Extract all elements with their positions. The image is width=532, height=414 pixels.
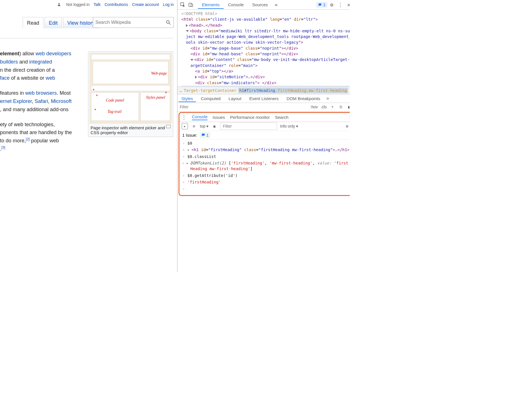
close-icon[interactable]: ✕	[345, 2, 350, 8]
kebab-icon[interactable]: ⋮	[336, 2, 344, 8]
drawer-tab-search[interactable]: Search	[275, 115, 288, 120]
dom-row[interactable]: <div id="siteNotice">…</div>	[181, 74, 350, 80]
dom-row-selected[interactable]: <h1 id="firstHeading" class="firstHeadin…	[181, 86, 350, 86]
link-integrated[interactable]: integrated	[29, 59, 52, 65]
link-ie[interactable]: ernet Explorer	[0, 98, 32, 104]
stab-layout[interactable]: Layout	[226, 95, 244, 102]
stab-dom-breakpoints[interactable]: DOM Breakpoints	[284, 95, 323, 102]
thumbnail-caption: Page inspector with element picker and C…	[89, 124, 172, 136]
link-web-developers[interactable]: web developers	[35, 51, 71, 56]
crumb-selected[interactable]: h1#firstHeading.firstHeading.mw-first-he…	[238, 88, 348, 93]
styles-filter-input[interactable]	[180, 105, 307, 109]
device-toolbar-icon[interactable]	[187, 1, 194, 9]
devtools-tabbar: Elements Console Sources » 1 ⚙ ⋮ ✕	[177, 0, 350, 10]
tab-console[interactable]: Console	[224, 1, 248, 9]
drawer-menu-icon[interactable]: ⋮	[181, 114, 187, 121]
console-output-row[interactable]: ▸DOMTokenList(2) ['firstHeading', 'mw-fi…	[181, 160, 350, 172]
svg-point-1	[166, 20, 169, 23]
dom-breadcrumbs: … Target-targetContainer h1#firstHeading…	[177, 86, 350, 94]
crumb-overflow[interactable]: …	[180, 88, 182, 93]
search-input[interactable]	[95, 20, 166, 25]
drawer-tab-perf[interactable]: Performance monitor	[230, 115, 270, 120]
log-in-link[interactable]: Log in	[163, 2, 174, 7]
drawer-close-icon[interactable]: ✕	[349, 113, 350, 119]
log-level-select[interactable]: Info only ▾	[280, 124, 298, 128]
console-input-row[interactable]: $0.classList	[181, 153, 350, 160]
styles-tabbar: Styles Computed Layout Event Listeners D…	[177, 94, 350, 103]
live-expression-icon[interactable]: ◉	[211, 123, 217, 129]
citation-link[interactable]: [2]	[26, 137, 30, 141]
link-face[interactable]: face	[0, 75, 10, 81]
talk-link[interactable]: Talk	[93, 2, 100, 7]
dom-row[interactable]: <head>…</head>	[181, 22, 350, 28]
link-web-browsers[interactable]: web browsers	[25, 90, 57, 96]
tab-elements[interactable]: Elements	[198, 1, 224, 9]
link-safari[interactable]: Safari	[35, 98, 48, 104]
search-box[interactable]	[93, 17, 174, 28]
issues-pill[interactable]: 1	[316, 2, 327, 8]
console-input-row[interactable]: $0.getAttribute('id')	[181, 172, 350, 179]
stab-computed[interactable]: Computed	[198, 95, 223, 102]
citation-link[interactable]: [3]	[1, 145, 5, 149]
drawer-tab-console[interactable]: Console	[192, 114, 208, 120]
create-account-link[interactable]: Create account	[132, 2, 159, 7]
contributions-link[interactable]: Contributions	[104, 2, 128, 7]
dom-row[interactable]: <div id="mw-head-base" class="noprint"><…	[181, 51, 350, 57]
styles-filter-bar: :hov .cls ＋ ⎘ ◧	[177, 103, 350, 111]
user-toolbar: Not logged in Talk Contributions Create …	[57, 2, 174, 7]
article-thumbnail: Web-page Code panel Styles panel Tag-tra…	[88, 51, 173, 137]
tab-read[interactable]: Read	[23, 17, 43, 28]
stab-styles[interactable]: Styles	[179, 95, 196, 102]
more-tabs-icon[interactable]: »	[325, 96, 330, 101]
enlarge-icon[interactable]	[166, 125, 171, 128]
console-settings-icon[interactable]: ⚙	[344, 123, 350, 129]
console-output-row[interactable]: 'firstHeading'	[181, 179, 350, 186]
article-body: Web-page Code panel Styles panel Tag-tra…	[0, 34, 177, 272]
article-rule	[0, 38, 173, 38]
content-page: Not logged in Talk Contributions Create …	[0, 0, 177, 272]
link-microsoft[interactable]: Microsoft	[51, 98, 72, 104]
dom-row[interactable]: <body class="mediawiki ltr sitedir-ltr m…	[181, 28, 350, 45]
svg-line-2	[169, 23, 171, 25]
drawer-tab-issues[interactable]: Issues	[213, 115, 225, 120]
svg-rect-5	[191, 4, 193, 7]
stab-event-listeners[interactable]: Event Listeners	[246, 95, 281, 102]
console-issues-row: 1 Issue: 1	[179, 131, 350, 140]
more-tabs-icon[interactable]: »	[273, 1, 280, 9]
tab-edit[interactable]: Edit	[45, 17, 62, 28]
cls-toggle[interactable]: .cls	[321, 105, 327, 109]
dom-row[interactable]: <html class="client-js ve-available" lan…	[181, 16, 350, 22]
hov-toggle[interactable]: :hov	[310, 105, 318, 109]
search-icon[interactable]	[166, 20, 171, 25]
thumb-label-codepanel: Code panel	[106, 98, 124, 103]
toggle-sidebar-icon[interactable]: ◧	[347, 104, 350, 110]
dom-row[interactable]: <div class="mw-indicators"> </div>	[181, 80, 350, 86]
clear-console-icon[interactable]: ⊘	[191, 123, 197, 129]
dom-row[interactable]: <div id="mw-page-base" class="noprint"><…	[181, 45, 350, 51]
console-input-row[interactable]: $0	[181, 140, 350, 147]
tab-sources[interactable]: Sources	[248, 1, 272, 9]
thumbnail-image[interactable]: Web-page Code panel Styles panel Tag-tra…	[89, 53, 172, 124]
link-web[interactable]: web	[46, 75, 55, 81]
console-toolbar: ▸ ⊘ top ▾ ◉ Info only ▾ ⚙	[179, 122, 350, 131]
crumb[interactable]: Target-targetContainer	[184, 88, 236, 93]
user-icon	[57, 3, 62, 7]
thumb-label-webpage: Web-page	[151, 71, 167, 76]
console-prompt[interactable]	[181, 186, 350, 193]
copy-style-icon[interactable]: ⎘	[338, 104, 344, 110]
issues-badge[interactable]: 1	[200, 132, 210, 138]
new-style-icon[interactable]: ＋	[330, 104, 335, 110]
inspect-element-icon[interactable]	[179, 1, 187, 9]
dom-row[interactable]: <a id="top"></a>	[181, 68, 350, 74]
console-output-row[interactable]: ▸<h1 id="firstHeading" class="firstHeadi…	[181, 147, 350, 153]
dom-tree[interactable]: <!DOCTYPE html> <html class="client-js v…	[177, 10, 350, 86]
link-builders[interactable]: builders	[0, 59, 18, 65]
settings-icon[interactable]: ⚙	[328, 2, 336, 8]
execution-context-select[interactable]: top ▾	[200, 124, 208, 128]
console-filter-input[interactable]	[220, 122, 277, 130]
console-body[interactable]: $0 ▸<h1 id="firstHeading" class="firstHe…	[179, 140, 350, 194]
toggle-sidebar-icon[interactable]: ▸	[182, 123, 188, 129]
dom-row[interactable]: <!DOCTYPE html>	[181, 11, 350, 16]
not-logged-in-label: Not logged in	[66, 2, 90, 7]
dom-row[interactable]: <div id="content" class="mw-body ve-init…	[181, 57, 350, 68]
